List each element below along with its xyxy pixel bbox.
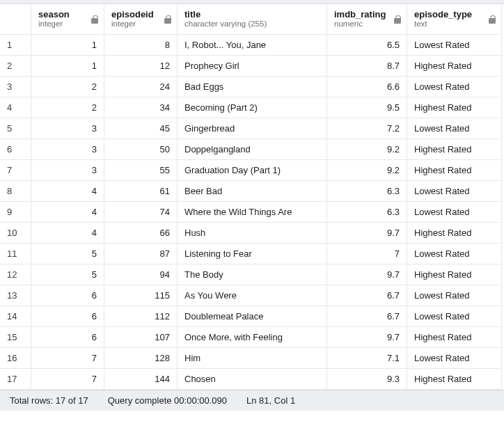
cell-episode_type[interactable]: Highest Rated xyxy=(407,56,502,77)
column-header-episode_type[interactable]: episode_typetext xyxy=(407,4,502,35)
row-number[interactable]: 14 xyxy=(0,306,31,327)
row-number[interactable]: 2 xyxy=(0,56,31,77)
cell-episodeid[interactable]: 50 xyxy=(104,139,178,160)
cell-episodeid[interactable]: 61 xyxy=(104,181,178,202)
cell-episodeid[interactable]: 55 xyxy=(104,160,178,181)
cell-episode_type[interactable]: Lowest Rated xyxy=(407,306,502,327)
cell-title[interactable]: The Body xyxy=(178,264,327,285)
column-header-episodeid[interactable]: episodeidinteger xyxy=(104,4,178,35)
row-number[interactable]: 9 xyxy=(0,202,31,223)
cell-imdb_rating[interactable]: 7.1 xyxy=(327,348,407,369)
cell-episodeid[interactable]: 128 xyxy=(104,348,178,369)
cell-title[interactable]: I, Robot... You, Jane xyxy=(178,35,327,56)
cell-title[interactable]: As You Were xyxy=(178,285,327,306)
cell-title[interactable]: Him xyxy=(178,348,327,369)
cell-imdb_rating[interactable]: 7 xyxy=(327,244,407,264)
cell-imdb_rating[interactable]: 9.7 xyxy=(327,264,407,285)
cell-episode_type[interactable]: Lowest Rated xyxy=(407,202,502,223)
column-header-season[interactable]: seasoninteger xyxy=(31,4,104,35)
cell-season[interactable]: 4 xyxy=(31,181,104,202)
cell-episodeid[interactable]: 94 xyxy=(104,264,178,285)
cell-imdb_rating[interactable]: 9.2 xyxy=(327,160,407,181)
cell-imdb_rating[interactable]: 9.3 xyxy=(327,369,407,390)
cell-imdb_rating[interactable]: 6.7 xyxy=(327,306,407,327)
cell-imdb_rating[interactable]: 6.5 xyxy=(327,35,407,56)
cell-title[interactable]: Doublemeat Palace xyxy=(178,306,327,327)
cell-imdb_rating[interactable]: 9.7 xyxy=(327,223,407,244)
cell-season[interactable]: 5 xyxy=(31,264,104,285)
cell-episodeid[interactable]: 107 xyxy=(104,327,178,348)
cell-episodeid[interactable]: 12 xyxy=(104,56,178,77)
cell-episodeid[interactable]: 24 xyxy=(104,77,178,97)
row-number[interactable]: 3 xyxy=(0,77,31,97)
cell-season[interactable]: 2 xyxy=(31,97,104,118)
cell-title[interactable]: Gingerbread xyxy=(178,118,327,139)
cell-episode_type[interactable]: Lowest Rated xyxy=(407,244,502,264)
cell-season[interactable]: 3 xyxy=(31,160,104,181)
cell-season[interactable]: 4 xyxy=(31,202,104,223)
cell-imdb_rating[interactable]: 9.2 xyxy=(327,139,407,160)
cell-title[interactable]: Prophecy Girl xyxy=(178,56,327,77)
cell-season[interactable]: 2 xyxy=(31,77,104,97)
cell-imdb_rating[interactable]: 9.7 xyxy=(327,327,407,348)
cell-imdb_rating[interactable]: 6.6 xyxy=(327,77,407,97)
cell-title[interactable]: Where the Wild Things Are xyxy=(178,202,327,223)
cell-title[interactable]: Listening to Fear xyxy=(178,244,327,264)
cell-episode_type[interactable]: Lowest Rated xyxy=(407,77,502,97)
cell-episode_type[interactable]: Highest Rated xyxy=(407,327,502,348)
cell-season[interactable]: 3 xyxy=(31,139,104,160)
cell-imdb_rating[interactable]: 8.7 xyxy=(327,56,407,77)
cell-season[interactable]: 7 xyxy=(31,348,104,369)
cell-season[interactable]: 5 xyxy=(31,244,104,264)
cell-episode_type[interactable]: Highest Rated xyxy=(407,369,502,390)
cell-season[interactable]: 4 xyxy=(31,223,104,244)
cell-imdb_rating[interactable]: 6.7 xyxy=(327,285,407,306)
cell-title[interactable]: Beer Bad xyxy=(178,181,327,202)
row-number[interactable]: 12 xyxy=(0,264,31,285)
cell-title[interactable]: Bad Eggs xyxy=(178,77,327,97)
cell-season[interactable]: 6 xyxy=(31,306,104,327)
cell-episode_type[interactable]: Lowest Rated xyxy=(407,35,502,56)
cell-season[interactable]: 7 xyxy=(31,369,104,390)
column-header-title[interactable]: titlecharacter varying (255) xyxy=(178,4,327,35)
cell-title[interactable]: Once More, with Feeling xyxy=(178,327,327,348)
cell-episodeid[interactable]: 87 xyxy=(104,244,178,264)
cell-title[interactable]: Graduation Day (Part 1) xyxy=(178,160,327,181)
cell-title[interactable]: Chosen xyxy=(178,369,327,390)
cell-imdb_rating[interactable]: 6.3 xyxy=(327,202,407,223)
row-number[interactable]: 10 xyxy=(0,223,31,244)
cell-episodeid[interactable]: 74 xyxy=(104,202,178,223)
row-number[interactable]: 8 xyxy=(0,181,31,202)
row-number[interactable]: 1 xyxy=(0,35,31,56)
cell-episode_type[interactable]: Highest Rated xyxy=(407,264,502,285)
cell-episodeid[interactable]: 144 xyxy=(104,369,178,390)
cell-episodeid[interactable]: 112 xyxy=(104,306,178,327)
column-header-imdb_rating[interactable]: imdb_ratingnumeric xyxy=(327,4,407,35)
row-number[interactable]: 11 xyxy=(0,244,31,264)
cell-episode_type[interactable]: Lowest Rated xyxy=(407,181,502,202)
cell-season[interactable]: 1 xyxy=(31,56,104,77)
row-number[interactable]: 7 xyxy=(0,160,31,181)
cell-title[interactable]: Hush xyxy=(178,223,327,244)
cell-imdb_rating[interactable]: 6.3 xyxy=(327,181,407,202)
cell-episodeid[interactable]: 45 xyxy=(104,118,178,139)
cell-title[interactable]: Doppelgangland xyxy=(178,139,327,160)
cell-episode_type[interactable]: Lowest Rated xyxy=(407,285,502,306)
row-number[interactable]: 4 xyxy=(0,97,31,118)
row-number[interactable]: 16 xyxy=(0,348,31,369)
cell-season[interactable]: 6 xyxy=(31,285,104,306)
row-number[interactable]: 5 xyxy=(0,118,31,139)
cell-imdb_rating[interactable]: 9.5 xyxy=(327,97,407,118)
cell-episodeid[interactable]: 34 xyxy=(104,97,178,118)
cell-imdb_rating[interactable]: 7.2 xyxy=(327,118,407,139)
row-number-header[interactable] xyxy=(0,4,31,35)
cell-episodeid[interactable]: 115 xyxy=(104,285,178,306)
cell-season[interactable]: 6 xyxy=(31,327,104,348)
cell-episode_type[interactable]: Highest Rated xyxy=(407,160,502,181)
cell-season[interactable]: 3 xyxy=(31,118,104,139)
cell-episodeid[interactable]: 66 xyxy=(104,223,178,244)
cell-episode_type[interactable]: Lowest Rated xyxy=(407,348,502,369)
cell-episode_type[interactable]: Highest Rated xyxy=(407,97,502,118)
row-number[interactable]: 17 xyxy=(0,369,31,390)
row-number[interactable]: 13 xyxy=(0,285,31,306)
